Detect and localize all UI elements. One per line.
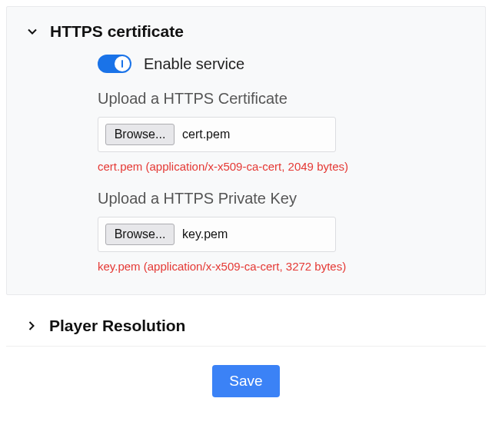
enable-service-label: Enable service [144,55,244,73]
key-file-picker[interactable]: Browse... key.pem [98,217,336,252]
save-button[interactable]: Save [212,365,279,397]
section-https-title: HTTPS certificate [50,22,184,41]
section-player-resolution: Player Resolution [6,306,486,347]
key-browse-button[interactable]: Browse... [105,224,175,245]
key-file-name: key.pem [182,227,228,241]
section-player-title: Player Resolution [49,317,185,335]
chevron-down-icon [25,25,39,38]
chevron-right-icon [25,319,38,333]
cert-file-info: cert.pem (application/x-x509-ca-cert, 20… [98,160,467,173]
cert-file-picker[interactable]: Browse... cert.pem [98,117,336,152]
enable-service-row: Enable service [98,55,467,73]
key-file-info: key.pem (application/x-x509-ca-cert, 327… [98,260,467,273]
section-player-header[interactable]: Player Resolution [25,317,467,335]
cert-browse-button[interactable]: Browse... [105,124,175,145]
cert-file-name: cert.pem [182,128,230,141]
key-upload-label: Upload a HTTPS Private Key [98,190,467,207]
cert-upload-label: Upload a HTTPS Certificate [98,90,467,108]
enable-service-toggle[interactable] [98,55,131,73]
save-row: Save [6,347,486,407]
toggle-knob [115,56,130,71]
section-https-header[interactable]: HTTPS certificate [25,22,467,41]
section-https-certificate: HTTPS certificate Enable service Upload … [6,6,486,295]
section-https-body: Enable service Upload a HTTPS Certificat… [25,41,467,273]
